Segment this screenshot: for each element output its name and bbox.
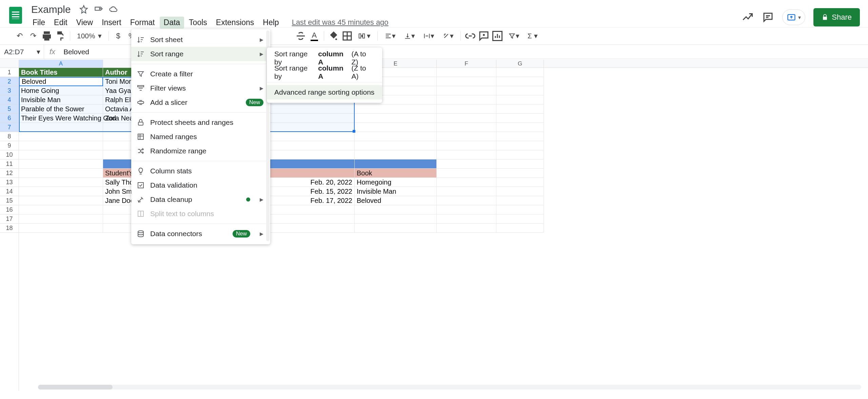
cell[interactable] xyxy=(355,159,437,169)
menu-view[interactable]: View xyxy=(72,17,97,28)
row-header[interactable]: 8 xyxy=(0,132,19,141)
cell[interactable] xyxy=(496,104,544,114)
cell[interactable] xyxy=(437,123,496,132)
move-icon[interactable] xyxy=(94,5,103,14)
cell[interactable] xyxy=(355,141,437,150)
menu-column-stats[interactable]: Column stats xyxy=(131,164,270,178)
cell[interactable] xyxy=(19,159,103,169)
insights-icon[interactable] xyxy=(742,11,754,23)
cell[interactable] xyxy=(437,68,496,77)
cell[interactable] xyxy=(355,104,437,114)
text-rotate[interactable]: ▾ xyxy=(439,30,457,42)
menu-help[interactable]: Help xyxy=(259,17,283,28)
cell[interactable] xyxy=(437,104,496,114)
cell[interactable]: Beloved xyxy=(19,77,103,86)
cell[interactable] xyxy=(19,196,103,205)
menu-randomize[interactable]: Randomize range xyxy=(131,144,270,158)
cell[interactable] xyxy=(496,95,544,104)
cell[interactable] xyxy=(19,187,103,196)
row-header[interactable]: 14 xyxy=(0,187,19,196)
redo-icon[interactable]: ↷ xyxy=(27,30,39,42)
insert-chart-icon[interactable] xyxy=(491,30,504,42)
cell[interactable] xyxy=(496,178,544,187)
cell[interactable]: Invisible Man xyxy=(355,187,437,196)
cell[interactable] xyxy=(437,224,496,233)
menu-sort-sheet[interactable]: Sort sheet ▶ xyxy=(131,33,270,47)
cell[interactable] xyxy=(437,141,496,150)
strikethrough-icon[interactable] xyxy=(295,30,307,42)
h-scrollbar[interactable] xyxy=(38,385,861,390)
cell[interactable] xyxy=(19,205,103,214)
cell[interactable] xyxy=(19,178,103,187)
filter-icon[interactable]: ▾ xyxy=(505,30,523,42)
functions-icon[interactable]: Σ ▾ xyxy=(524,30,541,42)
row-header[interactable]: 6 xyxy=(0,114,19,123)
cell[interactable] xyxy=(496,114,544,123)
cell[interactable] xyxy=(355,150,437,159)
cell[interactable] xyxy=(437,187,496,196)
cell[interactable]: Their Eyes Were Watching God xyxy=(19,114,103,123)
cell[interactable] xyxy=(19,224,103,233)
sort-range-a-to-z[interactable]: Sort range by column A (A to Z) xyxy=(267,51,382,65)
menu-extensions[interactable]: Extensions xyxy=(212,17,258,28)
row-header[interactable]: 5 xyxy=(0,104,19,114)
cell[interactable] xyxy=(355,224,437,233)
cloud-status-icon[interactable] xyxy=(109,5,118,14)
col-header[interactable]: F xyxy=(437,60,496,68)
row-header[interactable]: 4 xyxy=(0,95,19,104)
cell[interactable] xyxy=(19,169,103,178)
advanced-range-sort[interactable]: Advanced range sorting options xyxy=(267,85,382,99)
cell[interactable] xyxy=(355,123,437,132)
menu-data[interactable]: Data xyxy=(160,17,184,28)
document-title[interactable]: Example xyxy=(28,4,74,15)
cell[interactable] xyxy=(19,150,103,159)
menu-format[interactable]: Format xyxy=(126,17,159,28)
cell[interactable] xyxy=(496,196,544,205)
cell[interactable] xyxy=(437,150,496,159)
cell[interactable] xyxy=(437,205,496,214)
cell[interactable] xyxy=(437,114,496,123)
cell[interactable] xyxy=(437,86,496,95)
row-header[interactable]: 7 xyxy=(0,123,19,132)
row-header[interactable]: 13 xyxy=(0,178,19,187)
col-header[interactable]: G xyxy=(496,60,544,68)
cell[interactable]: Parable of the Sower xyxy=(19,104,103,114)
share-button[interactable]: Share xyxy=(813,8,860,26)
menu-file[interactable]: File xyxy=(28,17,49,28)
menu-filter-views[interactable]: Filter views ▶ xyxy=(131,81,270,95)
row-header[interactable]: 2 xyxy=(0,77,19,86)
cell[interactable] xyxy=(496,132,544,141)
corner-cell[interactable] xyxy=(0,60,19,68)
cell[interactable] xyxy=(496,141,544,150)
row-header[interactable]: 1 xyxy=(0,68,19,77)
row-header[interactable]: 3 xyxy=(0,86,19,95)
cell[interactable]: Homegoing xyxy=(355,178,437,187)
cell[interactable] xyxy=(496,224,544,233)
cell[interactable] xyxy=(496,214,544,224)
cell[interactable] xyxy=(437,169,496,178)
cell[interactable] xyxy=(355,214,437,224)
row-header[interactable]: 15 xyxy=(0,196,19,205)
insert-link-icon[interactable] xyxy=(464,30,476,42)
menu-data-connectors[interactable]: Data connectors New ▶ xyxy=(131,227,270,241)
row-header[interactable]: 18 xyxy=(0,224,19,233)
merge-cells[interactable]: ▾ xyxy=(355,30,374,42)
cell[interactable] xyxy=(437,159,496,169)
sheets-logo-icon[interactable] xyxy=(9,7,22,24)
sort-range-z-to-a[interactable]: Sort range by column A (Z to A) xyxy=(267,65,382,79)
paint-format-icon[interactable] xyxy=(54,30,66,42)
row-header[interactable]: 17 xyxy=(0,214,19,224)
cell[interactable] xyxy=(19,214,103,224)
menu-add-slicer[interactable]: Add a slicer New xyxy=(131,95,270,110)
menu-create-filter[interactable]: Create a filter xyxy=(131,67,270,81)
cell[interactable] xyxy=(437,95,496,104)
cell[interactable] xyxy=(437,214,496,224)
star-icon[interactable] xyxy=(79,5,88,14)
undo-icon[interactable]: ↶ xyxy=(14,30,26,42)
cell[interactable] xyxy=(19,132,103,141)
col-header[interactable]: A xyxy=(19,60,103,68)
borders-icon[interactable] xyxy=(341,30,353,42)
h-align[interactable]: ▾ xyxy=(381,30,399,42)
cell[interactable]: Home Going xyxy=(19,86,103,95)
v-align[interactable]: ▾ xyxy=(400,30,418,42)
